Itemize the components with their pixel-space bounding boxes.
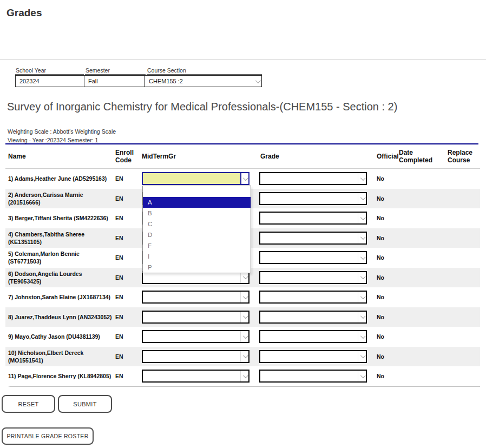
page-title: Grades <box>6 7 42 19</box>
column-header-date-completed: Date Completed <box>399 145 438 168</box>
dropdown-option[interactable]: D <box>143 229 251 240</box>
official-value: No <box>377 327 402 347</box>
weighting-scale-note: Weighting Scale : Abbott's Weighting Sca… <box>8 128 116 135</box>
course-section-select[interactable]: CHEM155 :2 <box>145 76 261 87</box>
reset-button[interactable]: RESET <box>2 395 55 413</box>
grade-select[interactable] <box>259 370 367 383</box>
enroll-code: EN <box>115 248 139 268</box>
replace-course-value <box>448 347 478 367</box>
column-header-midtermgr: MidTermGr <box>142 145 250 168</box>
student-name: 11) Page,Florence Sherry (KL8942805) <box>8 366 115 386</box>
official-value: No <box>377 189 402 209</box>
grade-select[interactable] <box>259 271 367 284</box>
student-row: 9) Mayo,Cathy Jason (DU4381139) EN No <box>5 327 480 347</box>
date-completed-value <box>399 169 438 189</box>
official-value: No <box>377 268 402 288</box>
grade-options-dropdown: A B C D F I P <box>142 186 251 273</box>
dropdown-option[interactable]: P <box>143 262 251 273</box>
chevron-down-icon <box>240 351 248 362</box>
course-heading: Survey of Inorganic Chemistry for Medica… <box>7 101 397 113</box>
enroll-code: EN <box>115 268 139 288</box>
chevron-down-icon <box>358 371 366 381</box>
enroll-code: EN <box>115 228 139 248</box>
student-name: 2) Anderson,Carissa Marnie (201516666) <box>8 189 115 209</box>
semester-field[interactable]: Fall <box>84 76 145 87</box>
dropdown-option[interactable]: C <box>143 219 251 229</box>
roster-table-header: Name Enroll Code MidTermGr Grade Officia… <box>5 145 480 168</box>
chevron-down-icon <box>358 351 366 362</box>
official-value: No <box>377 228 402 248</box>
official-value: No <box>377 169 402 189</box>
school-year-field[interactable]: 202324 <box>16 76 84 87</box>
midterm-grade-value <box>143 351 240 362</box>
date-completed-value <box>399 366 438 386</box>
dropdown-option[interactable]: F <box>143 240 251 251</box>
midterm-grade-select[interactable] <box>142 311 249 324</box>
grade-select[interactable] <box>259 350 367 363</box>
midterm-grade-value <box>143 371 240 381</box>
student-row: 7) Johnston,Sarah Elaine (JX1687134) EN … <box>5 287 480 307</box>
grade-select[interactable] <box>259 192 367 205</box>
filter-bar: 202324 Fall CHEM155 :2 <box>15 75 262 87</box>
date-completed-value <box>399 347 438 367</box>
enroll-code: EN <box>115 347 139 367</box>
submit-button[interactable]: SUBMIT <box>58 395 112 413</box>
date-completed-value <box>399 228 438 248</box>
grade-select[interactable] <box>259 232 367 245</box>
enroll-code: EN <box>115 189 139 209</box>
date-completed-value <box>399 268 438 288</box>
grade-value <box>260 371 358 381</box>
chevron-down-icon <box>358 312 366 322</box>
student-row: 8) Juarez,Thaddeus Lynn (AN3243052) EN N… <box>5 307 480 327</box>
grade-value <box>260 233 358 243</box>
chevron-down-icon <box>358 213 366 223</box>
date-completed-value <box>399 307 438 327</box>
replace-course-value <box>448 228 478 248</box>
chevron-down-icon <box>240 272 248 283</box>
official-value: No <box>377 208 402 228</box>
student-name: 6) Dodson,Angelia Lourdes (TE9053425) <box>8 268 115 288</box>
grade-select[interactable] <box>259 311 367 324</box>
column-header-enroll-code: Enroll Code <box>115 145 140 168</box>
midterm-grade-value <box>143 173 240 184</box>
chevron-down-icon <box>240 173 248 184</box>
midterm-grade-select[interactable] <box>142 172 249 185</box>
column-header-grade: Grade <box>260 145 369 168</box>
replace-course-value <box>448 169 478 189</box>
student-row: 11) Page,Florence Sherry (KL8942805) EN … <box>5 366 480 386</box>
midterm-grade-value <box>143 272 240 283</box>
dropdown-option[interactable]: B <box>143 208 251 219</box>
date-completed-value <box>399 248 438 268</box>
printable-grade-roster-button[interactable]: PRINTABLE GRADE ROSTER <box>2 427 94 445</box>
student-name: 10) Nicholson,Elbert Dereck (MO1551541) <box>8 347 115 367</box>
dropdown-option[interactable]: I <box>143 251 251 262</box>
course-section-value: CHEM155 :2 <box>149 78 183 84</box>
chevron-down-icon <box>240 312 248 322</box>
chevron-down-icon <box>240 371 248 381</box>
replace-course-value <box>448 189 478 209</box>
grade-select[interactable] <box>259 172 367 185</box>
grade-select[interactable] <box>259 251 367 264</box>
grade-value <box>260 351 358 362</box>
chevron-down-icon <box>255 76 259 87</box>
enroll-code: EN <box>115 287 139 307</box>
student-name: 9) Mayo,Cathy Jason (DU4381139) <box>8 327 115 347</box>
midterm-grade-select[interactable] <box>142 350 249 363</box>
dropdown-option[interactable] <box>143 186 251 197</box>
date-completed-value <box>399 327 438 347</box>
grade-select[interactable] <box>259 212 367 225</box>
grade-select[interactable] <box>259 291 367 304</box>
replace-course-value <box>448 366 478 386</box>
grades-page: Grades School Year Semester Course Secti… <box>0 0 486 448</box>
official-value: No <box>377 287 402 307</box>
column-header-replace-course: Replace Course <box>448 145 478 168</box>
midterm-grade-select[interactable] <box>142 370 249 383</box>
dropdown-option[interactable]: A <box>143 197 251 208</box>
midterm-grade-select[interactable] <box>142 330 249 343</box>
date-completed-value <box>399 287 438 307</box>
grade-select[interactable] <box>259 330 367 343</box>
chevron-down-icon <box>358 272 366 283</box>
replace-course-value <box>448 248 478 268</box>
midterm-grade-select[interactable] <box>142 291 249 304</box>
enroll-code: EN <box>115 327 139 347</box>
